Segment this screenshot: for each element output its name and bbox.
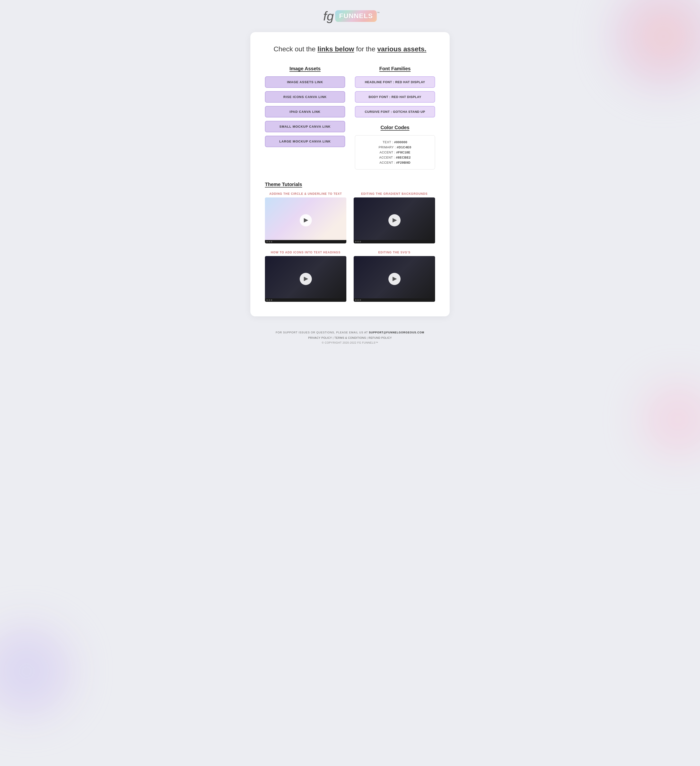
logo-container: fg FUNNELS ™ xyxy=(323,10,377,22)
tutorial-1-thumb-inner xyxy=(265,198,346,243)
color-text-row: TEXT : #000000 xyxy=(362,140,428,144)
privacy-policy-link[interactable]: PRIVACY POLICY xyxy=(308,336,332,339)
tutorial-item-4: EDITING THE SVG'S xyxy=(354,251,435,302)
headline-font-btn[interactable]: HEADLINE FONT : RED HAT DISPLAY xyxy=(355,76,435,88)
refund-link[interactable]: REFUND POLICY xyxy=(368,336,392,339)
taskbar-dot xyxy=(355,241,357,242)
color-accent3-row: ACCENT : #F29B9D xyxy=(362,161,428,165)
tutorial-3-thumb[interactable] xyxy=(265,256,346,302)
color-codes-heading: Color Codes xyxy=(355,125,435,130)
theme-tutorials-heading: Theme Tutorials xyxy=(265,182,435,187)
tutorial-2-thumb-inner xyxy=(354,198,435,243)
image-assets-link-btn[interactable]: IMAGE ASSETS LINK xyxy=(265,76,345,88)
tutorial-item-3: HOW TO ADD ICONS INTO TEXT HEADINGS xyxy=(265,251,346,302)
tutorial-1-thumb[interactable] xyxy=(265,198,346,243)
headline-links-below: links below xyxy=(318,45,354,53)
support-prefix: FOR SUPPORT ISSUES OR QUESTIONS, PLEASE … xyxy=(276,331,369,334)
color-accent1-label: ACCENT : xyxy=(380,150,397,154)
footer: FOR SUPPORT ISSUES OR QUESTIONS, PLEASE … xyxy=(276,331,424,344)
taskbar-dot xyxy=(357,299,359,301)
footer-support-text: FOR SUPPORT ISSUES OR QUESTIONS, PLEASE … xyxy=(276,331,424,334)
logo-tm: ™ xyxy=(377,11,380,14)
bg-decoration-mid-right xyxy=(642,383,700,456)
headline-prefix: Check out the xyxy=(274,45,318,53)
taskbar-dot xyxy=(271,241,272,242)
separator-1: | xyxy=(332,336,334,339)
font-color-section: Font Families HEADLINE FONT : RED HAT DI… xyxy=(355,66,435,169)
headline-middle: for the xyxy=(354,45,377,53)
terms-link[interactable]: TERMS & CONDITIONS xyxy=(335,336,366,339)
tutorial-2-thumb[interactable] xyxy=(354,198,435,243)
support-email-link[interactable]: SUPPORT@FUNNELGORGEOUS.COM xyxy=(369,331,424,334)
play-icon xyxy=(392,218,397,223)
tutorial-4-thumb-inner xyxy=(354,256,435,302)
ipad-canva-btn[interactable]: IPAD CANVA LINK xyxy=(265,106,345,117)
logo-area: fg FUNNELS ™ xyxy=(323,10,377,22)
color-codes-box: TEXT : #000000 PRIMARY : #D1C4E0 ACCENT … xyxy=(355,135,435,169)
tutorial-1-label: ADDING THE CIRCLE & UNDERLINE TO TEXT xyxy=(265,192,346,196)
tutorial-item-1: ADDING THE CIRCLE & UNDERLINE TO TEXT xyxy=(265,192,346,243)
headline: Check out the links below for the variou… xyxy=(265,44,435,54)
taskbar-dot xyxy=(266,299,268,301)
taskbar-dot xyxy=(359,299,361,301)
image-assets-section: Image Assets IMAGE ASSETS LINK RISE ICON… xyxy=(265,66,345,169)
tutorial-3-taskbar xyxy=(265,298,346,302)
cursive-font-btn[interactable]: CURSIVE FONT : GOTCHA STAND UP xyxy=(355,106,435,117)
color-accent1-value: #F8C18E xyxy=(396,150,410,154)
tutorial-2-taskbar xyxy=(354,240,435,244)
taskbar-dot xyxy=(269,241,270,242)
rise-icons-canva-btn[interactable]: RISE ICONS CANVA LINK xyxy=(265,91,345,103)
tutorials-grid: ADDING THE CIRCLE & UNDERLINE TO TEXT xyxy=(265,192,435,302)
headline-various-assets: various assets. xyxy=(377,45,426,53)
large-mockup-canva-btn[interactable]: LARGE MOCKUP CANVA LINK xyxy=(265,136,345,147)
color-text-value: #000000 xyxy=(394,140,408,144)
logo-funnels-text: FUNNELS xyxy=(339,12,373,20)
separator-2: | xyxy=(366,336,368,339)
play-icon xyxy=(304,218,308,223)
logo-funnels-badge: FUNNELS ™ xyxy=(335,10,377,22)
small-mockup-canva-btn[interactable]: SMALL MOCKUP CANVA LINK xyxy=(265,121,345,132)
image-assets-heading: Image Assets xyxy=(265,66,345,71)
color-accent1-row: ACCENT : #F8C18E xyxy=(362,150,428,154)
taskbar-dot xyxy=(269,299,270,301)
tutorial-2-play-btn[interactable] xyxy=(389,214,401,226)
main-card: Check out the links below for the variou… xyxy=(250,32,450,317)
tutorial-4-label: EDITING THE SVG'S xyxy=(354,251,435,254)
tutorial-1-taskbar xyxy=(265,240,346,244)
tutorial-4-taskbar xyxy=(354,298,435,302)
tutorial-4-thumb[interactable] xyxy=(354,256,435,302)
color-accent3-value: #F29B9D xyxy=(396,161,411,165)
tutorial-1-play-btn[interactable] xyxy=(300,214,312,226)
color-accent2-value: #8ECBE2 xyxy=(396,156,411,159)
two-column-layout: Image Assets IMAGE ASSETS LINK RISE ICON… xyxy=(265,66,435,169)
play-icon xyxy=(304,277,308,281)
color-primary-value: #D1C4E0 xyxy=(397,146,411,149)
tutorial-2-label: EDITING THE GRADIENT BACKGROUNDS xyxy=(354,192,435,196)
taskbar-dot xyxy=(357,241,359,242)
tutorial-4-play-btn[interactable] xyxy=(389,273,401,285)
color-primary-row: PRIMARY : #D1C4E0 xyxy=(362,146,428,149)
tutorial-3-label: HOW TO ADD ICONS INTO TEXT HEADINGS xyxy=(265,251,346,254)
footer-copyright: © COPYRIGHT 2020-2022 FG FUNNELS™ xyxy=(276,341,424,344)
play-icon xyxy=(392,277,397,281)
color-accent3-label: ACCENT : xyxy=(379,161,396,165)
body-font-btn[interactable]: BODY FONT : RED HAT DISPLAY xyxy=(355,91,435,103)
footer-links: PRIVACY POLICY | TERMS & CONDITIONS | RE… xyxy=(276,336,424,339)
taskbar-dot xyxy=(271,299,272,301)
tutorial-3-thumb-inner xyxy=(265,256,346,302)
color-primary-label: PRIMARY : xyxy=(379,146,397,149)
color-text-label: TEXT : xyxy=(382,140,394,144)
page-wrapper: fg FUNNELS ™ Check out the links below f… xyxy=(0,0,700,359)
tutorial-item-2: EDITING THE GRADIENT BACKGROUNDS xyxy=(354,192,435,243)
logo-fg-text: fg xyxy=(323,10,334,22)
bg-decoration-bottom-left xyxy=(0,625,73,717)
taskbar-dot xyxy=(355,299,357,301)
tutorial-3-play-btn[interactable] xyxy=(300,273,312,285)
taskbar-dot xyxy=(266,241,268,242)
font-families-heading: Font Families xyxy=(355,66,435,71)
theme-tutorials-section: Theme Tutorials ADDING THE CIRCLE & UNDE… xyxy=(265,182,435,302)
color-accent2-row: ACCENT : #8ECBE2 xyxy=(362,156,428,159)
color-accent2-label: ACCENT : xyxy=(379,156,396,159)
taskbar-dot xyxy=(359,241,361,242)
